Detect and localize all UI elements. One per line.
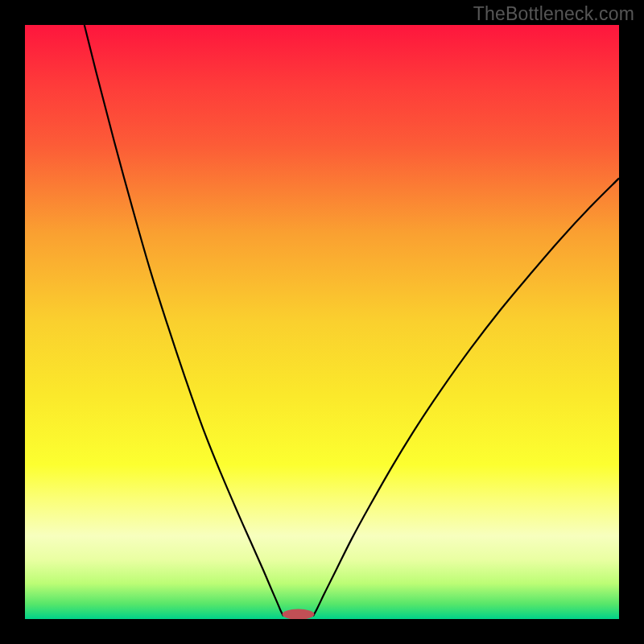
chart-frame: TheBottleneck.com	[0, 0, 644, 644]
gradient-background	[25, 25, 619, 619]
bottleneck-chart	[25, 25, 619, 619]
plot-area	[25, 25, 619, 619]
watermark-text: TheBottleneck.com	[473, 3, 634, 25]
